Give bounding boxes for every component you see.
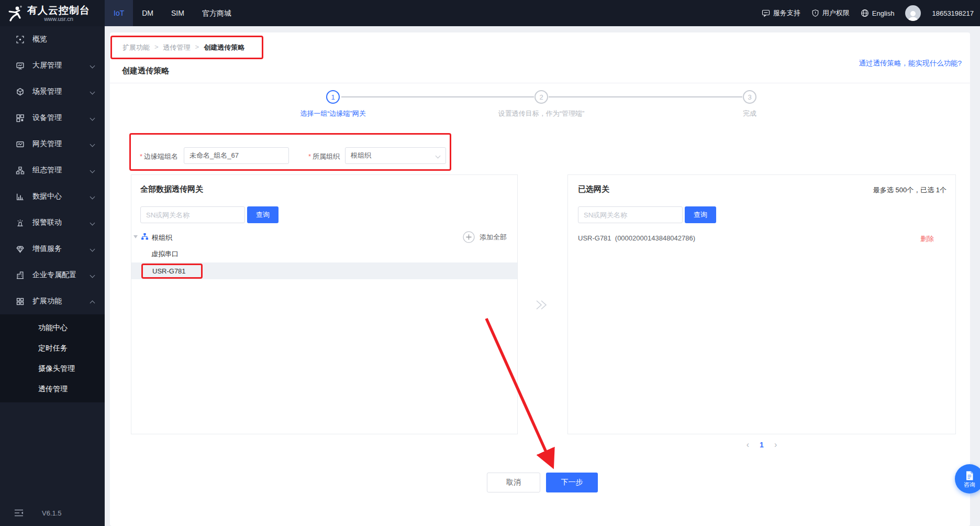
product-tabs: IoT DM SIM 官方商城 bbox=[105, 0, 240, 26]
chat-icon bbox=[762, 9, 770, 17]
usr-person-logo-icon bbox=[7, 5, 23, 22]
avatar[interactable] bbox=[905, 5, 921, 21]
account-phone[interactable]: 18653198217 bbox=[932, 9, 974, 17]
shield-icon bbox=[811, 9, 819, 17]
sidebar-item-label: 概览 bbox=[32, 35, 47, 44]
sidebar-item-overview[interactable]: 概览 bbox=[0, 26, 105, 52]
chevron-down-icon bbox=[90, 168, 95, 173]
left-search-input[interactable] bbox=[140, 206, 245, 223]
pagination-next-icon[interactable]: › bbox=[774, 440, 777, 450]
brand-subtitle: www.usr.cn bbox=[44, 16, 73, 22]
left-search-button[interactable]: 查询 bbox=[247, 206, 279, 223]
breadcrumb-passthrough[interactable]: 透传管理 bbox=[163, 43, 191, 52]
pagination-page-1[interactable]: 1 bbox=[760, 441, 764, 449]
sidebar-item-data-center[interactable]: 数据中心 bbox=[0, 183, 105, 210]
user-permission[interactable]: 用户权限 bbox=[811, 8, 850, 18]
sidebar-item-label: 网关管理 bbox=[32, 139, 62, 149]
tree-item-virtual-serial[interactable]: 虚拟串口 bbox=[151, 249, 179, 259]
sidebar-item-label: 数据中心 bbox=[32, 192, 62, 201]
group-name-input[interactable] bbox=[184, 147, 289, 164]
right-search-input[interactable] bbox=[578, 206, 683, 223]
app-version: V6.1.5 bbox=[42, 509, 62, 517]
service-support[interactable]: 服务支持 bbox=[762, 8, 800, 18]
language-switch[interactable]: English bbox=[861, 9, 895, 17]
selected-gateway-sn: (00002000143848042786) bbox=[615, 234, 695, 242]
tab-mall[interactable]: 官方商城 bbox=[193, 0, 240, 26]
sidebar-subitem-camera-management[interactable]: 摄像头管理 bbox=[0, 358, 105, 379]
sidebar-item-scene[interactable]: 场景管理 bbox=[0, 79, 105, 105]
sidebar-item-enterprise[interactable]: 企业专属配置 bbox=[0, 262, 105, 288]
sidebar-subitem-function-center[interactable]: 功能中心 bbox=[0, 317, 105, 338]
chevron-down-icon bbox=[90, 116, 95, 121]
divider bbox=[110, 83, 970, 83]
step-2-label: 设置透传目标，作为“管理端” bbox=[463, 109, 620, 118]
user-permission-label: 用户权限 bbox=[822, 8, 850, 18]
step-3-label: 完成 bbox=[723, 109, 776, 118]
sidebar-item-device[interactable]: 设备管理 bbox=[0, 105, 105, 131]
next-step-button[interactable]: 下一步 bbox=[546, 473, 598, 492]
tab-dm[interactable]: DM bbox=[133, 0, 162, 26]
sidebar-item-label: 增值服务 bbox=[32, 244, 62, 254]
step-connector bbox=[549, 96, 742, 97]
extension-submenu: 功能中心 定时任务 摄像头管理 透传管理 bbox=[0, 314, 105, 402]
breadcrumb-separator: > bbox=[195, 43, 199, 52]
topology-icon bbox=[16, 166, 25, 175]
tree-item-selected-row[interactable] bbox=[131, 262, 517, 279]
org-label: *所属组织 bbox=[308, 152, 340, 161]
required-mark: * bbox=[308, 152, 311, 160]
sidebar-item-gateway[interactable]: 网关管理 bbox=[0, 131, 105, 157]
consult-label: 咨询 bbox=[964, 482, 975, 488]
sidebar-subitem-passthrough-management[interactable]: 透传管理 bbox=[0, 379, 105, 399]
sidebar-footer: V6.1.5 bbox=[0, 505, 105, 521]
cancel-button[interactable]: 取消 bbox=[487, 473, 540, 492]
language-label: English bbox=[872, 9, 895, 17]
tree-root-org[interactable]: 根组织 bbox=[152, 233, 172, 243]
group-name-label: *边缘端组名 bbox=[140, 152, 178, 161]
sidebar-item-topology[interactable]: 组态管理 bbox=[0, 157, 105, 183]
sidebar-item-alarm[interactable]: 报警联动 bbox=[0, 210, 105, 236]
add-all-label: 添加全部 bbox=[480, 233, 507, 242]
gateway-icon bbox=[16, 140, 25, 149]
collapse-sidebar-icon[interactable] bbox=[14, 509, 24, 517]
tree-item-usr-g781[interactable]: USR-G781 bbox=[152, 267, 186, 275]
sidebar-item-value-service[interactable]: 增值服务 bbox=[0, 236, 105, 262]
pagination-prev-icon[interactable]: ‹ bbox=[747, 440, 749, 450]
step-1-circle: 1 bbox=[326, 90, 340, 104]
tab-sim[interactable]: SIM bbox=[162, 0, 193, 26]
sidebar-item-extension[interactable]: 扩展功能 bbox=[0, 288, 105, 314]
step-1-label: 选择一组“边缘端”网关 bbox=[270, 109, 396, 118]
overview-icon bbox=[16, 35, 25, 44]
chevron-down-icon bbox=[90, 273, 95, 278]
organization-icon bbox=[141, 233, 149, 240]
sidebar: 概览 大屏管理 场景管理 设备 bbox=[0, 26, 105, 526]
avatar-person-icon bbox=[907, 9, 919, 21]
right-search-button[interactable]: 查询 bbox=[685, 206, 716, 223]
tab-iot[interactable]: IoT bbox=[105, 0, 133, 26]
data-center-icon bbox=[16, 192, 25, 201]
sidebar-subitem-scheduled-tasks[interactable]: 定时任务 bbox=[0, 338, 105, 358]
sidebar-item-label: 企业专属配置 bbox=[32, 270, 76, 280]
breadcrumb-extension[interactable]: 扩展功能 bbox=[122, 43, 150, 52]
breadcrumb: 扩展功能 > 透传管理 > 创建透传策略 bbox=[122, 43, 244, 52]
add-all-button[interactable]: 添加全部 bbox=[463, 231, 507, 243]
tree-expand-caret-icon[interactable] bbox=[133, 235, 138, 238]
alarm-icon bbox=[16, 218, 25, 227]
topbar: 有人云控制台 www.usr.cn IoT DM SIM 官方商城 服务支持 bbox=[0, 0, 980, 26]
policy-help-link[interactable]: 通过透传策略，能实现什么功能? bbox=[859, 59, 962, 68]
delete-link[interactable]: 删除 bbox=[920, 234, 934, 244]
chevron-down-icon bbox=[90, 247, 95, 252]
scene-icon bbox=[16, 87, 25, 96]
brand-logo[interactable]: 有人云控制台 www.usr.cn bbox=[7, 5, 90, 22]
org-select[interactable]: 根组织 bbox=[345, 147, 446, 164]
chevron-up-icon bbox=[90, 301, 95, 306]
sidebar-item-label: 组态管理 bbox=[32, 166, 62, 175]
page-title: 创建透传策略 bbox=[122, 66, 169, 76]
consult-floating-button[interactable]: 咨询 bbox=[955, 464, 980, 494]
chevron-down-icon bbox=[90, 63, 95, 69]
selected-gateway-name: USR-G781 bbox=[578, 234, 611, 242]
all-gateways-title: 全部数据透传网关 bbox=[140, 184, 203, 194]
topbar-right: 服务支持 用户权限 English bbox=[762, 0, 974, 26]
sidebar-item-screen[interactable]: 大屏管理 bbox=[0, 52, 105, 79]
chevron-down-icon bbox=[90, 194, 95, 200]
chevron-down-icon bbox=[90, 142, 95, 147]
